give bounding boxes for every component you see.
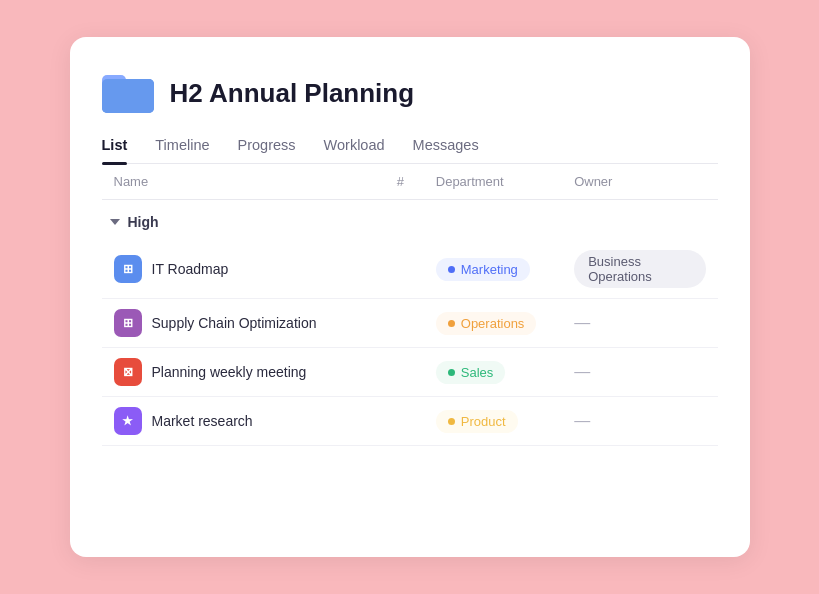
tab-list[interactable]: List [102,137,128,163]
svg-rect-2 [102,79,154,113]
folder-icon [102,69,154,117]
task-icon-it-roadmap: ⊞ [114,255,142,283]
col-header-owner: Owner [562,164,717,200]
badge-dot [448,266,455,273]
task-icon-supply-chain: ⊞ [114,309,142,337]
hash-cell [385,240,424,299]
badge-dot [448,320,455,327]
hash-cell [385,299,424,348]
department-badge: Sales [436,361,506,384]
task-name: Supply Chain Optimization [152,315,317,331]
department-label: Product [461,414,506,429]
department-badge: Product [436,410,518,433]
task-name: IT Roadmap [152,261,229,277]
hash-cell [385,397,424,446]
badge-dot [448,369,455,376]
owner-dash: — [574,314,590,331]
tab-timeline[interactable]: Timeline [155,137,209,163]
tasks-table: Name # Department Owner High [102,164,718,446]
chevron-icon[interactable] [110,219,120,225]
tab-bar: List Timeline Progress Workload Messages [102,137,718,164]
tab-messages[interactable]: Messages [413,137,479,163]
header: H2 Annual Planning [102,69,718,117]
owner-dash: — [574,412,590,429]
table-row: ⊠ Planning weekly meeting Sales — [102,348,718,397]
group-row-high: High [102,200,718,241]
hash-cell [385,348,424,397]
table-row: ⊞ Supply Chain Optimization Operations — [102,299,718,348]
badge-dot [448,418,455,425]
group-label: High [128,214,159,230]
col-header-name: Name [102,164,385,200]
task-icon-market: ★ [114,407,142,435]
page-title: H2 Annual Planning [170,78,415,109]
task-name: Market research [152,413,253,429]
tab-workload[interactable]: Workload [324,137,385,163]
owner-badge: Business Operations [574,250,705,288]
department-label: Operations [461,316,525,331]
department-label: Sales [461,365,494,380]
department-badge: Operations [436,312,537,335]
owner-dash: — [574,363,590,380]
task-name: Planning weekly meeting [152,364,307,380]
col-header-department: Department [424,164,562,200]
tab-progress[interactable]: Progress [238,137,296,163]
col-header-hash: # [385,164,424,200]
task-icon-planning: ⊠ [114,358,142,386]
department-badge: Marketing [436,258,530,281]
department-label: Marketing [461,262,518,277]
table-row: ★ Market research Product — [102,397,718,446]
table-row: ⊞ IT Roadmap Marketing Business Operatio… [102,240,718,299]
main-card: H2 Annual Planning List Timeline Progres… [70,37,750,557]
